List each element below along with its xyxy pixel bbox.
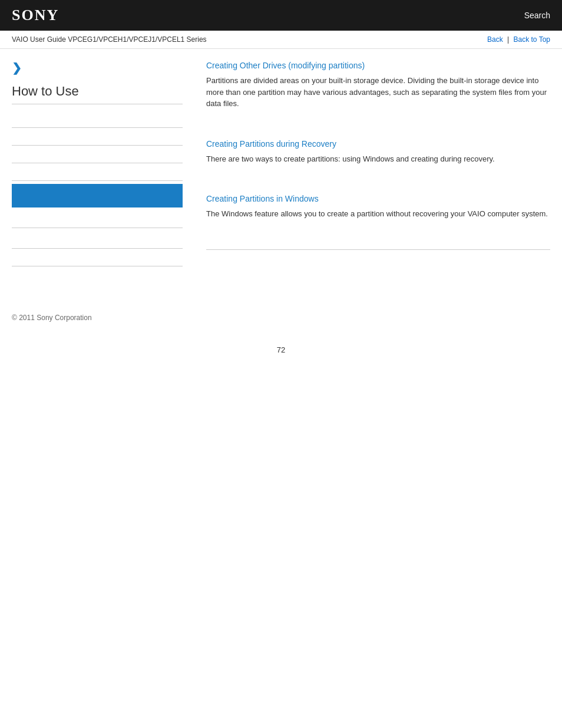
page-number: 72	[0, 334, 562, 366]
search-button[interactable]: Search	[524, 11, 550, 20]
sidebar-item-8[interactable]	[12, 249, 183, 266]
breadcrumb-bar: VAIO User Guide VPCEG1/VPCEH1/VPCEJ1/VPC…	[0, 31, 562, 49]
section-creating-partitions-windows: Creating Partitions in Windows The Windo…	[206, 194, 550, 235]
content-area: Creating Other Drives (modifying partiti…	[194, 61, 550, 266]
breadcrumb-separator: |	[507, 35, 509, 44]
section-text-partitions-windows: The Windows feature allows you to create…	[206, 208, 550, 220]
content-divider	[206, 249, 550, 250]
sidebar-item-1[interactable]	[12, 110, 183, 128]
section-text-other-drives: Partitions are divided areas on your bui…	[206, 75, 550, 110]
sidebar-item-highlighted[interactable]	[12, 184, 183, 207]
sidebar-item-6[interactable]	[12, 210, 183, 228]
chevron-icon[interactable]: ❯	[12, 61, 183, 75]
section-creating-other-drives: Creating Other Drives (modifying partiti…	[206, 61, 550, 124]
sony-logo: SONY	[12, 6, 59, 24]
sidebar-item-3[interactable]	[12, 146, 183, 163]
copyright-text: © 2011 Sony Corporation	[12, 314, 92, 322]
section-text-partitions-recovery: There are two ways to create partitions:…	[206, 153, 550, 165]
back-to-top-link[interactable]: Back to Top	[514, 35, 550, 44]
breadcrumb-links: Back | Back to Top	[487, 35, 550, 44]
sidebar-item-4[interactable]	[12, 163, 183, 181]
section-title-partitions-windows[interactable]: Creating Partitions in Windows	[206, 194, 550, 203]
sidebar-item-7[interactable]	[12, 228, 183, 249]
guide-title: VAIO User Guide VPCEG1/VPCEH1/VPCEJ1/VPC…	[12, 35, 207, 44]
back-link[interactable]: Back	[487, 35, 503, 44]
header: SONY Search	[0, 0, 562, 31]
section-title-partitions-recovery[interactable]: Creating Partitions during Recovery	[206, 139, 550, 149]
section-creating-partitions-recovery: Creating Partitions during Recovery Ther…	[206, 139, 550, 180]
sidebar-title: How to Use	[12, 84, 183, 104]
sidebar: ❯ How to Use	[12, 61, 194, 266]
section-title-other-drives[interactable]: Creating Other Drives (modifying partiti…	[206, 61, 550, 70]
footer: © 2011 Sony Corporation	[0, 302, 562, 334]
sidebar-item-2[interactable]	[12, 128, 183, 146]
main-layout: ❯ How to Use Creating Other Drives (modi…	[0, 49, 562, 278]
